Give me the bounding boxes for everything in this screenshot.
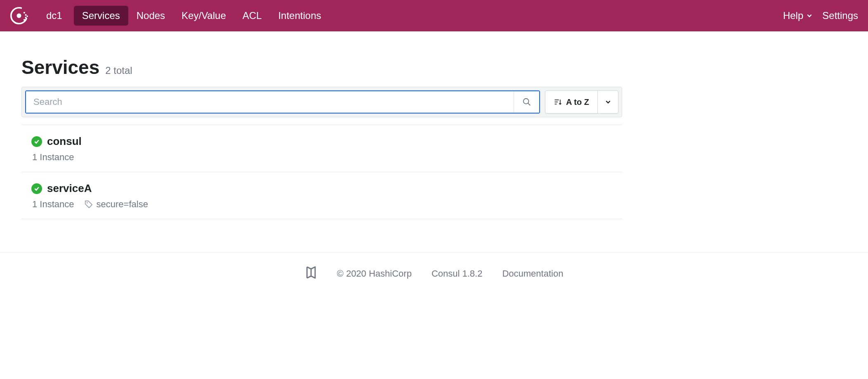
nav-services[interactable]: Services <box>74 6 128 26</box>
svg-point-5 <box>24 19 25 21</box>
service-name: consul <box>47 135 82 148</box>
datacenter-selector[interactable]: dc1 <box>38 6 71 26</box>
service-row[interactable]: consul 1 Instance <box>21 125 622 172</box>
nav-left: dc1 Services Nodes Key/Value ACL Intenti… <box>38 6 330 26</box>
nav-right: Help Settings <box>783 10 858 21</box>
service-tag: secure=false <box>84 199 148 210</box>
search-button[interactable] <box>514 91 539 113</box>
svg-line-8 <box>528 103 530 106</box>
service-name: serviceA <box>47 182 92 195</box>
help-label: Help <box>783 10 803 21</box>
instance-count: 1 Instance <box>32 152 74 163</box>
status-healthy-icon <box>31 183 42 194</box>
svg-point-6 <box>26 16 28 17</box>
search-group <box>25 90 540 114</box>
page-count: 2 total <box>105 65 132 76</box>
nav-nodes[interactable]: Nodes <box>128 6 173 26</box>
sort-icon <box>554 98 562 106</box>
service-list: consul 1 Instance serviceA 1 Instance <box>21 125 622 219</box>
svg-point-1 <box>17 14 21 18</box>
status-healthy-icon <box>31 136 42 147</box>
footer-version[interactable]: Consul 1.8.2 <box>432 268 483 279</box>
svg-point-12 <box>86 202 87 204</box>
nav-acl[interactable]: ACL <box>234 6 270 26</box>
page-title: Services <box>21 56 99 78</box>
search-input[interactable] <box>26 91 514 113</box>
chevron-down-icon <box>807 13 812 19</box>
footer-docs-link[interactable]: Documentation <box>502 268 563 279</box>
filter-bar: A to Z <box>21 87 622 117</box>
footer: © 2020 HashiCorp Consul 1.8.2 Documentat… <box>0 252 868 295</box>
main-content: Services 2 total A to Z <box>0 31 644 236</box>
footer-copyright[interactable]: © 2020 HashiCorp <box>337 268 412 279</box>
sort-label: A to Z <box>566 97 589 107</box>
instance-count: 1 Instance <box>32 199 74 210</box>
svg-point-7 <box>523 99 528 104</box>
service-row[interactable]: serviceA 1 Instance secure=false <box>21 172 622 219</box>
search-icon <box>522 97 531 107</box>
nav-key-value[interactable]: Key/Value <box>173 6 234 26</box>
settings-link[interactable]: Settings <box>822 10 858 21</box>
hashicorp-logo-icon <box>305 266 317 282</box>
svg-point-3 <box>25 14 26 16</box>
tag-text: secure=false <box>97 199 148 210</box>
sort-dropdown-toggle[interactable] <box>597 91 618 113</box>
help-menu[interactable]: Help <box>783 10 812 21</box>
page-header: Services 2 total <box>21 56 622 78</box>
top-nav: dc1 Services Nodes Key/Value ACL Intenti… <box>0 0 868 31</box>
consul-logo <box>10 7 28 25</box>
svg-point-4 <box>25 17 26 19</box>
chevron-down-icon <box>605 99 611 105</box>
svg-point-2 <box>24 12 25 14</box>
nav-intentions[interactable]: Intentions <box>270 6 329 26</box>
sort-button[interactable]: A to Z <box>545 91 597 113</box>
sort-group: A to Z <box>545 90 618 114</box>
tag-icon <box>84 200 93 209</box>
